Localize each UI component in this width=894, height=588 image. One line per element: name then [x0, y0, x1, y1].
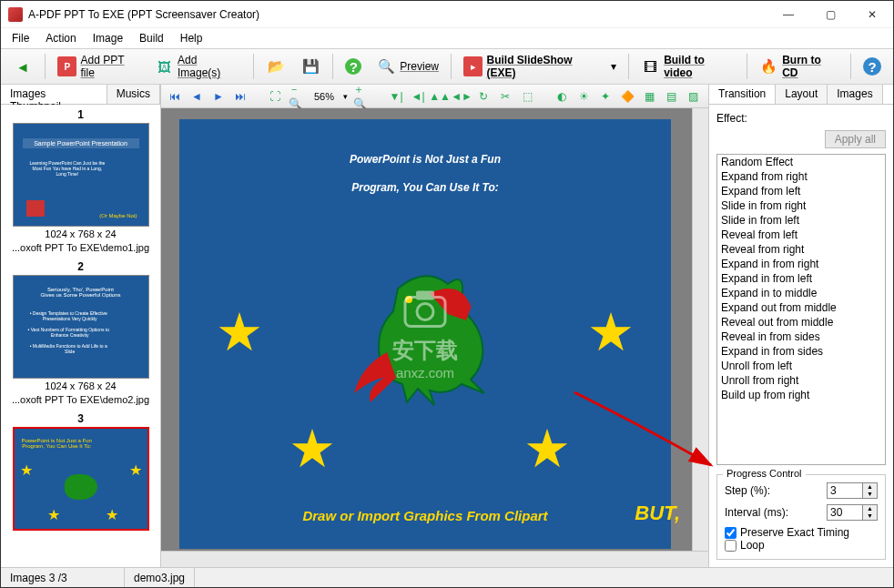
fit-icon[interactable]: ⛶	[267, 88, 283, 105]
build-video-label: Build to video	[664, 54, 735, 79]
effect-option[interactable]: Slide in from right	[717, 198, 885, 213]
maximize-button[interactable]: ▢	[809, 1, 851, 28]
effect-option[interactable]: Expand from right	[717, 169, 885, 184]
flip-h-icon[interactable]: ◄|	[410, 88, 426, 105]
menubar: File Action Image Build Help	[1, 28, 893, 48]
fire-icon: 🔥	[759, 56, 779, 76]
tab-images[interactable]: Images	[828, 85, 882, 104]
effect-option[interactable]: Random Effect	[717, 155, 885, 169]
effect-option[interactable]: Expand in from left	[717, 271, 885, 286]
canvas-toolbar: ⏮ ◄ ► ⏭ ⛶ －🔍 56% ▾ ＋🔍 ▼| ◄| ▲▲ ◄► ↻ ✂ ⬚ …	[161, 85, 708, 108]
thumbnails-panel: Images Thumbnail Musics 1 Sample PowerPo…	[1, 85, 161, 567]
effect-option[interactable]: Expand out from middle	[717, 300, 885, 315]
tab-images-thumbnail[interactable]: Images Thumbnail	[1, 85, 107, 104]
save-button[interactable]: 💾	[294, 53, 327, 80]
build-exe-label: Build SlideShow (EXE)	[486, 54, 601, 79]
slideshow-icon: ▸	[463, 56, 483, 76]
nav-prev-icon[interactable]: ◄	[188, 88, 205, 105]
menu-file[interactable]: File	[5, 30, 36, 46]
effect-option[interactable]: Expand in from right	[717, 257, 885, 271]
slide-but-text: BUT,	[635, 502, 680, 525]
window-title: A-PDF PPT To EXE (PPT Screensaver Creato…	[28, 8, 767, 21]
back-icon: ◄	[13, 56, 33, 76]
slide-title: PowerPoint is Not Just a FunProgram, You…	[179, 119, 671, 205]
build-exe-button[interactable]: ▸Build SlideShow (EXE)▾	[457, 53, 623, 80]
mirror-h-icon[interactable]: ▲▲	[432, 88, 448, 105]
sparkle-icon[interactable]: ✦	[597, 88, 614, 105]
effect-option[interactable]: Reveal out from middle	[717, 315, 885, 329]
star-icon: ★	[216, 301, 263, 363]
tab-musics[interactable]: Musics	[107, 85, 160, 104]
mirror-v-icon[interactable]: ◄►	[453, 88, 470, 105]
titlebar: A-PDF PPT To EXE (PPT Screensaver Creato…	[1, 1, 893, 28]
add-ppt-label: Add PPT file	[80, 54, 139, 79]
open-button[interactable]: 📂	[259, 53, 292, 80]
nav-next-icon[interactable]: ►	[210, 88, 227, 105]
zoom-value[interactable]: 56%	[310, 91, 338, 102]
flip-v-icon[interactable]: ▼|	[388, 88, 404, 105]
ppt-icon: P	[57, 56, 77, 76]
step-spinner[interactable]: ▲▼	[863, 482, 878, 499]
magnify-icon: 🔍	[376, 56, 396, 76]
zoom-in-icon[interactable]: ＋🔍	[353, 88, 370, 105]
effect-option[interactable]: Unroll from left	[717, 359, 885, 373]
effect-option[interactable]: Reveal from right	[717, 242, 885, 257]
thumbnail-3[interactable]: 3 PowerPoint is Not Just a FunProgram, Y…	[3, 411, 158, 531]
menu-build[interactable]: Build	[132, 30, 171, 46]
add-images-label: Add Image(s)	[178, 54, 241, 79]
effect-option[interactable]: Build up from right	[717, 388, 885, 402]
build-video-button[interactable]: 🎞Build to video	[635, 53, 741, 80]
canvas-hscroll[interactable]	[161, 551, 708, 567]
step-input[interactable]	[827, 482, 863, 499]
thumbnail-list[interactable]: 1 Sample PowerPoint Presentation Learnin…	[1, 105, 160, 567]
effect-option[interactable]: Expand from left	[717, 184, 885, 198]
effect-option[interactable]: Unroll from right	[717, 373, 885, 388]
burn-cd-button[interactable]: 🔥Burn to CD	[753, 53, 845, 80]
about-button[interactable]: ?	[857, 53, 888, 80]
contrast-icon[interactable]: ◐	[554, 88, 570, 105]
thumbnail-1[interactable]: 1 Sample PowerPoint Presentation Learnin…	[3, 106, 158, 253]
close-button[interactable]: ✕	[851, 1, 893, 28]
loop-checkbox[interactable]	[725, 540, 737, 552]
help-round-button[interactable]: ?	[339, 53, 368, 80]
interval-input[interactable]	[827, 504, 863, 521]
effects-listbox[interactable]: Random Effect Expand from right Expand f…	[716, 154, 886, 465]
add-ppt-button[interactable]: PAdd PPT file	[51, 53, 146, 80]
step-label: Step (%):	[725, 484, 821, 497]
film-icon: 🎞	[641, 56, 661, 76]
interval-spinner[interactable]: ▲▼	[863, 504, 878, 521]
adjust-icon[interactable]: ▨	[685, 88, 701, 105]
thumbnail-2[interactable]: 2 Seriously, Tho', PowerPointGives us So…	[3, 259, 158, 405]
rotate-icon[interactable]: ↻	[475, 88, 492, 105]
effect-option[interactable]: Expand in from sides	[717, 344, 885, 359]
properties-panel: Transition Layout Images Effect: Apply a…	[709, 85, 893, 567]
effect-option[interactable]: Reveal from left	[717, 228, 885, 242]
add-images-button[interactable]: 🖼Add Image(s)	[147, 53, 248, 80]
apply-all-button[interactable]: Apply all	[825, 130, 886, 148]
select-icon[interactable]: ⬚	[519, 88, 535, 105]
effect-option[interactable]: Expand in to middle	[717, 286, 885, 300]
star-icon: ★	[289, 418, 336, 480]
zoom-out-icon[interactable]: －🔍	[289, 88, 305, 105]
minimize-button[interactable]: —	[767, 1, 809, 28]
effect-option[interactable]: Slide in from left	[717, 213, 885, 228]
menu-action[interactable]: Action	[38, 30, 83, 46]
effect-option[interactable]: Reveal in from sides	[717, 329, 885, 344]
interval-label: Interval (ms):	[725, 506, 821, 519]
menu-help[interactable]: Help	[173, 30, 210, 46]
gray-icon[interactable]: ▦	[641, 88, 657, 105]
tab-layout[interactable]: Layout	[776, 85, 828, 104]
color-icon[interactable]: 🔶	[619, 88, 635, 105]
preview-button[interactable]: 🔍Preview	[370, 53, 445, 80]
crop-icon[interactable]: ✂	[497, 88, 513, 105]
channel-icon[interactable]: ▤	[663, 88, 679, 105]
nav-last-icon[interactable]: ⏭	[232, 88, 249, 105]
menu-image[interactable]: Image	[86, 30, 130, 46]
zoom-dropdown-icon[interactable]: ▾	[343, 92, 348, 101]
brightness-icon[interactable]: ☀	[575, 88, 592, 105]
tab-transition[interactable]: Transition	[709, 85, 776, 104]
back-button[interactable]: ◄	[6, 53, 39, 80]
preserve-timing-checkbox[interactable]	[725, 527, 737, 539]
nav-first-icon[interactable]: ⏮	[167, 88, 183, 105]
canvas-vscroll[interactable]	[692, 108, 708, 551]
